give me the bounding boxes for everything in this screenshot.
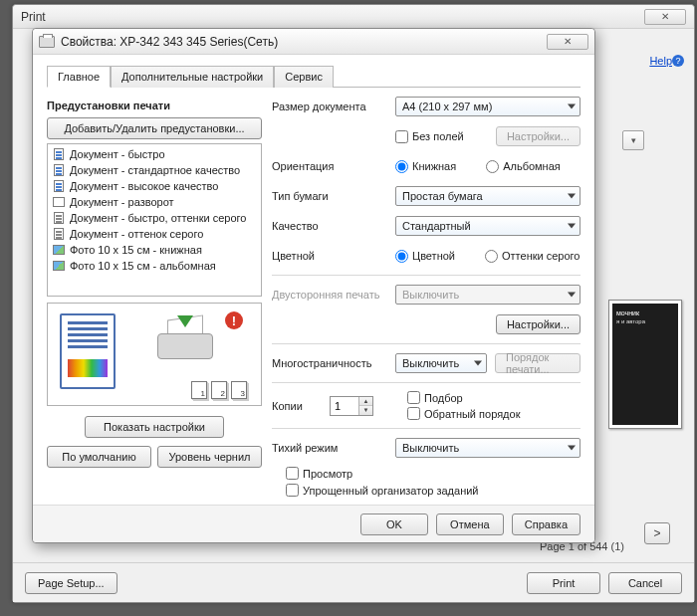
multipage-combo[interactable]: Выключить <box>395 353 487 373</box>
color-radio[interactable]: Цветной <box>395 250 455 263</box>
quality-label: Качество <box>272 220 395 232</box>
props-footer: OK Отмена Справка <box>33 505 594 542</box>
photo-landscape-icon <box>52 259 66 273</box>
print-title: Print <box>21 10 644 24</box>
props-close-icon[interactable]: ✕ <box>547 34 588 50</box>
props-cancel-button[interactable]: Отмена <box>436 513 504 535</box>
list-item[interactable]: Документ - оттенок серого <box>48 226 261 242</box>
borderless-checkbox[interactable]: Без полей <box>395 130 464 143</box>
spread-icon <box>52 195 66 209</box>
defaults-button[interactable]: По умолчанию <box>47 446 151 468</box>
props-titlebar: Свойства: XP-342 343 345 Series(Сеть) ✕ <box>33 29 594 55</box>
document-icon <box>52 147 66 161</box>
preview-checkbox[interactable]: Просмотр <box>286 467 581 480</box>
list-item[interactable]: Фото 10 х 15 см - альбомная <box>48 258 261 274</box>
borderless-label: Без полей <box>412 130 464 142</box>
spinner-down-icon[interactable]: ▼ <box>359 406 372 415</box>
list-item-label: Документ - быстро, оттенки серого <box>70 212 246 224</box>
paper-type-label: Тип бумаги <box>272 190 395 202</box>
reverse-checkbox[interactable]: Обратный порядок <box>407 407 520 420</box>
spinner-up-icon[interactable]: ▲ <box>359 397 372 407</box>
list-item-label: Документ - быстро <box>70 148 165 160</box>
printer-select-dropdown[interactable]: ▾ <box>622 130 644 150</box>
list-item[interactable]: Документ - разворот <box>48 194 261 210</box>
list-item[interactable]: Документ - высокое качество <box>48 178 261 194</box>
list-item-label: Документ - оттенок серого <box>70 228 203 240</box>
props-body: Главное Дополнительные настройки Сервис … <box>33 55 594 497</box>
presets-listbox[interactable]: Документ - быстро Документ - стандартное… <box>47 143 262 297</box>
list-item-label: Фото 10 х 15 см - книжная <box>70 244 202 256</box>
list-item-label: Документ - стандартное качество <box>70 164 240 176</box>
list-item[interactable]: Документ - стандартное качество <box>48 162 261 178</box>
tabs: Главное Дополнительные настройки Сервис <box>47 65 581 88</box>
thumb-title: мочник <box>616 309 674 316</box>
reverse-label: Обратный порядок <box>424 408 520 420</box>
quality-combo[interactable]: Стандартный <box>395 216 581 236</box>
tab-main-content: Предустановки печати Добавить/Удалить пр… <box>47 88 581 497</box>
list-item-label: Документ - разворот <box>70 196 174 208</box>
print-dialog-footer: Page Setup... Print Cancel <box>13 562 694 602</box>
preview-printer-icon <box>155 317 215 363</box>
list-item-label: Документ - высокое качество <box>70 180 218 192</box>
list-item[interactable]: Документ - быстро <box>48 146 261 162</box>
copies-spinner[interactable]: 1 ▲▼ <box>330 396 373 416</box>
close-icon[interactable]: ✕ <box>644 9 686 25</box>
portrait-label: Книжная <box>412 160 456 172</box>
duplex-settings-button[interactable]: Настройки... <box>496 314 581 334</box>
borderless-settings-button[interactable]: Настройки... <box>496 126 581 146</box>
landscape-radio[interactable]: Альбомная <box>486 160 561 173</box>
help-icon[interactable]: ? <box>672 55 684 67</box>
duplex-label: Двусторонняя печать <box>272 289 395 301</box>
page-order-button[interactable]: Порядок печати... <box>495 353 581 373</box>
tab-service[interactable]: Сервис <box>274 66 334 88</box>
manage-presets-button[interactable]: Добавить/Удалить предустановки... <box>47 117 262 139</box>
grayscale-radio[interactable]: Оттенки серого <box>485 250 580 263</box>
job-organizer-label: Упрощенный организатор заданий <box>303 485 479 497</box>
copies-label: Копии <box>272 400 330 412</box>
show-settings-button[interactable]: Показать настройки <box>85 416 224 438</box>
tab-main[interactable]: Главное <box>47 66 111 88</box>
quiet-mode-combo[interactable]: Выключить <box>395 438 581 458</box>
left-column: Предустановки печати Добавить/Удалить пр… <box>47 96 262 497</box>
next-page-button[interactable]: > <box>644 522 670 544</box>
tab-additional[interactable]: Дополнительные настройки <box>111 66 274 88</box>
gray-opt-label: Оттенки серого <box>502 250 580 262</box>
props-title: Свойства: XP-342 343 345 Series(Сеть) <box>61 35 547 49</box>
collate-label: Подбор <box>424 392 463 404</box>
doc-size-combo[interactable]: A4 (210 x 297 мм) <box>395 97 581 116</box>
help-link[interactable]: Help <box>649 55 672 67</box>
job-organizer-checkbox[interactable]: Упрощенный организатор заданий <box>286 484 581 497</box>
copies-value: 1 <box>335 400 341 412</box>
preview-panel: ! <box>47 303 262 406</box>
document-icon <box>52 163 66 177</box>
ink-levels-button[interactable]: Уровень чернил <box>157 446 262 468</box>
thumbnail-content: мочник я и автора <box>612 304 678 425</box>
document-gray-icon <box>52 227 66 241</box>
print-titlebar: Print ✕ <box>13 5 694 29</box>
preview-document-icon <box>60 313 116 389</box>
collate-checkbox[interactable]: Подбор <box>407 391 520 404</box>
page-setup-button[interactable]: Page Setup... <box>25 572 117 594</box>
list-item[interactable]: Фото 10 х 15 см - книжная <box>48 242 261 258</box>
cancel-button[interactable]: Cancel <box>608 572 682 594</box>
landscape-label: Альбомная <box>503 160 561 172</box>
right-column: Размер документа A4 (210 x 297 мм) Без п… <box>272 96 581 497</box>
doc-size-label: Размер документа <box>272 101 395 112</box>
document-thumbnail: мочник я и автора <box>608 300 682 429</box>
print-button[interactable]: Print <box>527 572 600 594</box>
printer-properties-dialog: Свойства: XP-342 343 345 Series(Сеть) ✕ … <box>32 28 595 543</box>
list-item[interactable]: Документ - быстро, оттенки серого <box>48 210 261 226</box>
portrait-radio[interactable]: Книжная <box>395 160 456 173</box>
quiet-mode-label: Тихий режим <box>272 442 395 454</box>
document-icon <box>52 179 66 193</box>
color-label: Цветной <box>272 250 395 262</box>
presets-title: Предустановки печати <box>47 100 262 111</box>
color-opt-label: Цветной <box>412 250 455 262</box>
duplex-combo[interactable]: Выключить <box>395 285 581 305</box>
document-gray-icon <box>52 211 66 225</box>
ok-button[interactable]: OK <box>360 513 428 535</box>
error-icon: ! <box>225 311 243 329</box>
props-help-button[interactable]: Справка <box>512 513 581 535</box>
preview-label: Просмотр <box>303 468 352 480</box>
paper-type-combo[interactable]: Простая бумага <box>395 186 581 206</box>
